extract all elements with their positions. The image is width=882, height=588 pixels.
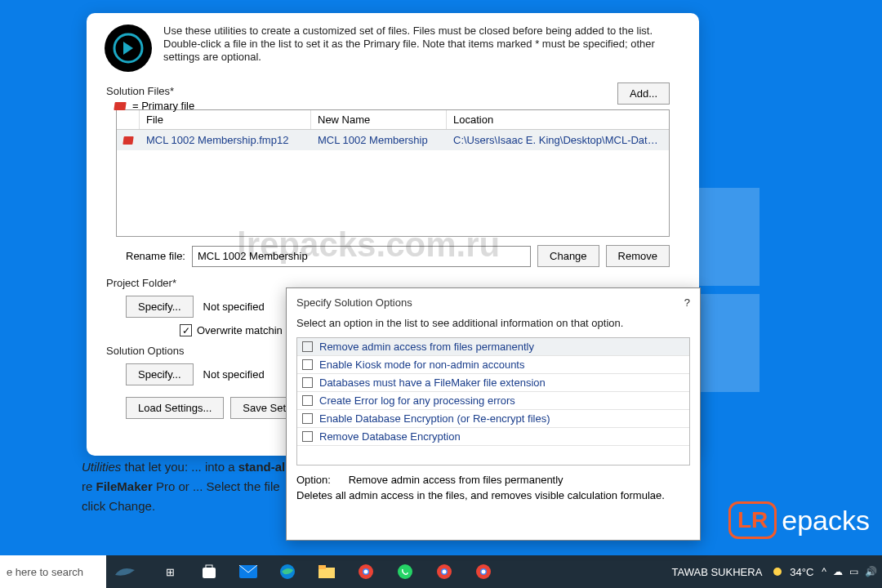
col-file: File (140, 110, 311, 129)
tray-volume-icon[interactable]: 🔊 (865, 566, 877, 577)
specify-project-folder-button[interactable]: Specify... (126, 296, 194, 318)
task-view-icon[interactable]: ⊞ (150, 555, 189, 588)
specify-solution-options-dialog: Specify Solution Options ? Select an opt… (286, 287, 701, 541)
specify-solution-options-button[interactable]: Specify... (126, 363, 194, 385)
svg-rect-6 (318, 565, 326, 569)
svg-point-9 (364, 570, 368, 574)
solution-options-value: Not specified (203, 368, 265, 381)
remove-button[interactable]: Remove (606, 245, 670, 267)
options-list[interactable]: Remove admin access from files permanent… (296, 337, 690, 466)
table-row[interactable]: MCL 1002 Membership.fmp12 MCL 1002 Membe… (117, 130, 669, 150)
chrome-icon-2[interactable] (425, 555, 464, 588)
marlin-icon[interactable] (106, 555, 145, 588)
weather-widget[interactable]: 34°C (770, 564, 813, 579)
search-input[interactable]: e here to search (0, 555, 106, 588)
option-footer-label: Option: (296, 474, 345, 486)
checkbox[interactable] (302, 431, 313, 442)
whatsapp-icon[interactable] (385, 555, 425, 588)
add-button[interactable]: Add... (617, 82, 670, 105)
intro-text: Use these utilities to create a customiz… (163, 24, 681, 72)
tray-chevron-icon[interactable]: ^ (822, 566, 826, 577)
explorer-icon[interactable] (307, 555, 346, 588)
col-location: Location (447, 110, 669, 129)
chrome-icon-3[interactable] (464, 555, 503, 588)
dialog-description: Select an option in the list to see addi… (287, 312, 700, 337)
dialog-title: Specify Solution Options (296, 296, 412, 309)
option-footer-description: Deletes all admin access in the files, a… (296, 489, 690, 501)
rename-file-input[interactable] (192, 246, 531, 267)
project-folder-value: Not specified (203, 301, 265, 313)
col-new-name: New Name (311, 110, 447, 129)
option-kiosk-mode[interactable]: Enable Kiosk mode for non-admin accounts (297, 356, 689, 374)
option-remove-admin[interactable]: Remove admin access from files permanent… (297, 338, 689, 356)
option-remove-encryption[interactable]: Remove Database Encryption (297, 428, 689, 446)
svg-point-13 (443, 570, 447, 574)
chrome-icon[interactable] (346, 555, 385, 588)
change-button[interactable]: Change (537, 245, 599, 267)
edge-icon[interactable] (268, 555, 307, 588)
store-icon[interactable] (189, 555, 229, 588)
svg-point-16 (482, 570, 486, 574)
svg-point-10 (398, 564, 412, 579)
rename-file-label: Rename file: (126, 250, 185, 262)
checkbox[interactable] (302, 359, 313, 370)
checkbox[interactable] (302, 395, 313, 406)
filemaker-app-icon (105, 24, 152, 72)
checkbox[interactable] (302, 341, 313, 352)
lrepacks-logo: LRepacks (728, 501, 870, 539)
overwrite-label: Overwrite matchin (197, 324, 283, 336)
option-error-log[interactable]: Create Error log for any processing erro… (297, 392, 689, 410)
load-settings-button[interactable]: Load Settings... (126, 397, 224, 419)
svg-point-17 (773, 568, 782, 576)
checkbox[interactable] (302, 413, 313, 424)
option-footer-name: Remove admin access from files permanent… (349, 474, 564, 486)
checkbox[interactable] (302, 377, 313, 388)
primary-file-icon (114, 102, 126, 110)
primary-file-icon (122, 136, 133, 145)
overwrite-checkbox[interactable]: ✓ (180, 324, 192, 336)
solution-files-table[interactable]: File New Name Location MCL 1002 Membersh… (116, 109, 670, 237)
help-button[interactable]: ? (684, 296, 690, 309)
tray-battery-icon[interactable]: ▭ (849, 566, 858, 577)
background-article-text: Utilities that let you: ... into a stand… (82, 457, 285, 516)
option-enable-encryption[interactable]: Enable Database Encryption (or Re-encryp… (297, 410, 689, 428)
option-file-extension[interactable]: Databases must have a FileMaker file ext… (297, 374, 689, 392)
mail-icon[interactable] (229, 555, 268, 588)
tray-onedrive-icon[interactable]: ☁ (833, 566, 843, 577)
taskbar: e here to search ⊞ TAWAB SUKHERA 34°C ^ … (0, 555, 882, 588)
taskbar-user-name: TAWAB SUKHERA (672, 566, 763, 578)
